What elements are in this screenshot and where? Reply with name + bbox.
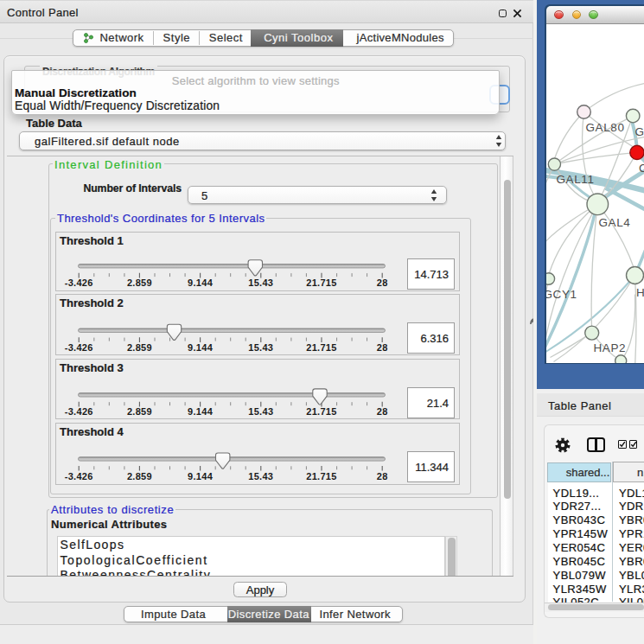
svg-text:2.859: 2.859 — [126, 341, 151, 352]
svg-text:C: C — [639, 161, 644, 174]
svg-text:-3.426: -3.426 — [64, 341, 92, 352]
svg-text:H: H — [636, 285, 644, 298]
svg-text:9.144: 9.144 — [188, 341, 214, 352]
svg-text:28: 28 — [376, 341, 387, 352]
svg-text:-3.426: -3.426 — [64, 406, 92, 417]
svg-text:2.859: 2.859 — [126, 277, 151, 288]
svg-text:28: 28 — [376, 406, 387, 417]
svg-text:GAL4: GAL4 — [598, 215, 630, 228]
svg-text:28: 28 — [376, 277, 387, 288]
svg-text:GA: GA — [634, 124, 644, 137]
svg-text:9.144: 9.144 — [188, 470, 214, 481]
svg-text:9.144: 9.144 — [188, 406, 214, 417]
svg-text:-3.426: -3.426 — [64, 277, 92, 288]
svg-text:GCY1: GCY1 — [546, 287, 577, 300]
svg-text:2.859: 2.859 — [126, 406, 151, 417]
svg-text:2.859: 2.859 — [126, 470, 151, 481]
svg-text:HAP2: HAP2 — [593, 341, 626, 354]
svg-text:15.43: 15.43 — [248, 470, 273, 481]
svg-text:21.715: 21.715 — [306, 470, 336, 481]
svg-text:21.715: 21.715 — [306, 277, 336, 288]
svg-text:GAL11: GAL11 — [556, 172, 594, 185]
svg-text:15.43: 15.43 — [248, 406, 273, 417]
svg-text:15.43: 15.43 — [248, 277, 273, 288]
svg-text:28: 28 — [376, 470, 387, 481]
svg-text:15.43: 15.43 — [248, 341, 273, 352]
svg-text:21.715: 21.715 — [306, 341, 336, 352]
svg-text:21.715: 21.715 — [306, 406, 336, 417]
svg-text:9.144: 9.144 — [188, 277, 214, 288]
svg-text:GAL80: GAL80 — [585, 120, 624, 133]
svg-text:-3.426: -3.426 — [64, 470, 92, 481]
